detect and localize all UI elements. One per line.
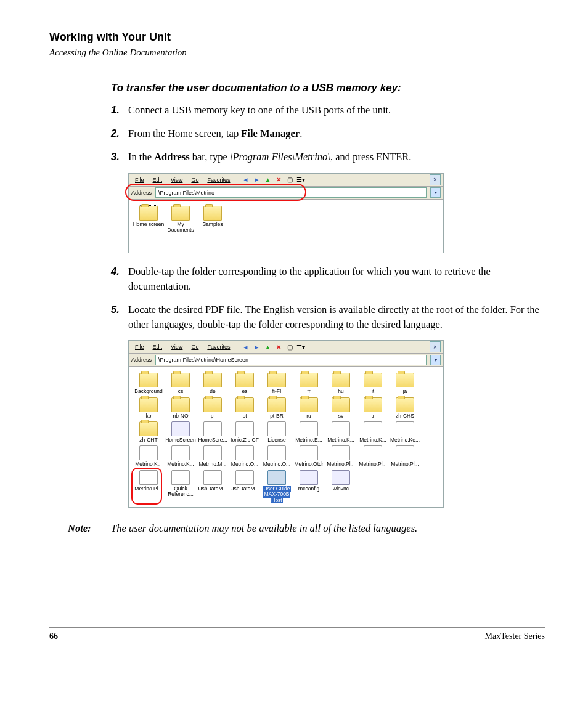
folder-item[interactable]: tr	[357, 397, 389, 419]
menu-favorites[interactable]: Favorites	[203, 343, 234, 351]
folder-icon	[300, 397, 318, 412]
forward-icon[interactable]: ►	[251, 175, 261, 185]
file-item[interactable]: Quick Referenc...	[165, 470, 197, 503]
menu-view[interactable]: View	[167, 343, 186, 351]
menu-label: Go	[191, 344, 198, 350]
text-frag: From the Home screen, tap	[128, 128, 241, 139]
main-content: To transfer the user documentation to a …	[111, 82, 545, 508]
folder-item[interactable]: ru	[293, 397, 325, 419]
item-label: Metrino.Pl...	[327, 461, 354, 467]
file-item[interactable]: Metrino.M...	[197, 445, 229, 467]
folder-item[interactable]: Home screen	[133, 206, 165, 233]
folder-item[interactable]: zh-CHT	[133, 421, 165, 443]
file-item[interactable]: Metrino.K...	[357, 421, 389, 443]
close-button[interactable]: ×	[430, 174, 441, 185]
toolbar-separator	[237, 174, 237, 185]
folder-item[interactable]: Samples	[197, 206, 229, 233]
folder-item[interactable]: sv	[325, 397, 357, 419]
folder-icon	[203, 206, 222, 221]
back-icon[interactable]: ◄	[240, 175, 250, 185]
file-item[interactable]: Metrino.Pl...	[389, 445, 421, 467]
folder-item[interactable]: cs	[165, 373, 197, 394]
file-item[interactable]: License	[261, 421, 293, 443]
menu-file[interactable]: File	[131, 176, 148, 184]
up-icon[interactable]: ▲	[263, 175, 272, 185]
delete-icon[interactable]: ✕	[274, 342, 284, 352]
text-frag: , and press ENTER.	[330, 151, 412, 163]
file-item[interactable]: Metrino.K...	[325, 421, 357, 443]
menu-go[interactable]: Go	[187, 176, 202, 184]
folder-item[interactable]: pl	[197, 397, 229, 419]
file-item[interactable]: Metrino.Otdr	[293, 445, 325, 467]
file-item[interactable]: HomeScre...	[197, 421, 229, 443]
folder-item[interactable]: Background	[133, 373, 165, 394]
item-label: Samples	[202, 221, 223, 227]
menu-label: Favorites	[207, 177, 230, 183]
file-icon	[332, 445, 350, 460]
folder-item[interactable]: pt-BR	[261, 397, 293, 419]
folder-item[interactable]: es	[229, 373, 261, 394]
file-item[interactable]: Metrino.Pl...	[357, 445, 389, 467]
forward-icon[interactable]: ►	[251, 342, 261, 352]
file-list: Backgroundcsdeesfi-FIfrhuitjakonb-NOplpt…	[129, 367, 443, 506]
folder-item[interactable]: de	[197, 373, 229, 394]
file-item[interactable]: Metrino.E...	[293, 421, 325, 443]
address-field[interactable]: \Program Files\Metrino\HomeScreen	[155, 355, 427, 365]
chapter-title: Working with Your Unit	[49, 31, 545, 44]
folder-item[interactable]: hu	[325, 373, 357, 394]
file-item[interactable]: Metrino.K...	[133, 445, 165, 467]
item-label: Metrino.Pl...	[391, 461, 419, 467]
menu-go[interactable]: Go	[187, 343, 202, 351]
folder-item[interactable]: My Documents	[165, 206, 197, 233]
folder-item[interactable]: zh-CHS	[389, 397, 421, 419]
folder-icon	[171, 373, 190, 387]
folder-item[interactable]: it	[357, 373, 389, 394]
folder-item[interactable]: ko	[133, 397, 165, 419]
properties-icon[interactable]: ▢	[285, 175, 295, 185]
file-item[interactable]: Metrino.O...	[229, 445, 261, 467]
item-label: it	[372, 388, 374, 394]
view-icon[interactable]: ☰▾	[296, 342, 306, 352]
menu-edit[interactable]: Edit	[149, 176, 166, 184]
file-item[interactable]: rncconfig	[293, 470, 325, 503]
file-item[interactable]: UsbDataM...	[197, 470, 229, 503]
menu-view[interactable]: View	[167, 176, 186, 184]
close-button[interactable]: ×	[430, 341, 441, 352]
file-item-selected[interactable]: User GuideMAX-700BHost	[261, 470, 293, 503]
file-item[interactable]: winvnc	[325, 470, 357, 503]
item-label: pt-BR	[270, 413, 284, 419]
folder-item[interactable]: pt	[229, 397, 261, 419]
folder-icon	[139, 421, 158, 436]
note: Note: The user documentation may not be …	[68, 522, 545, 535]
step-text: In the Address bar, type \Program Files\…	[128, 150, 545, 164]
file-item[interactable]: Metrino.Pl...	[325, 445, 357, 467]
up-icon[interactable]: ▲	[263, 342, 272, 352]
file-item[interactable]: Metrino.K...	[165, 445, 197, 467]
folder-item[interactable]: nb-NO	[165, 397, 197, 419]
file-item[interactable]: Ionic.Zip.CF	[229, 421, 261, 443]
menu-file[interactable]: File	[131, 343, 148, 351]
file-item[interactable]: HomeScreen	[165, 421, 197, 443]
folder-item[interactable]: ja	[389, 373, 421, 394]
step-text: Connect a USB memory key to one of the U…	[128, 103, 545, 118]
step-5: 5. Locate the desired PDF file. The Engl…	[111, 302, 545, 332]
delete-icon[interactable]: ✕	[274, 175, 284, 185]
step-text: Locate the desired PDF file. The English…	[128, 302, 545, 332]
folder-icon	[139, 206, 158, 221]
address-dropdown-icon[interactable]: ▾	[430, 355, 441, 365]
file-item[interactable]: Metrino.Ke...	[389, 421, 421, 443]
address-dropdown-icon[interactable]: ▾	[430, 187, 441, 198]
folder-icon	[267, 397, 286, 412]
folder-item[interactable]: fr	[293, 373, 325, 394]
view-icon[interactable]: ☰▾	[296, 175, 306, 185]
properties-icon[interactable]: ▢	[285, 342, 295, 352]
item-label: fi-FI	[272, 388, 282, 394]
address-field[interactable]: \Program Files\Metrino	[155, 187, 427, 198]
menu-edit[interactable]: Edit	[149, 343, 166, 351]
file-item[interactable]: UsbDataM...	[229, 470, 261, 503]
file-item[interactable]: Metrino.O...	[261, 445, 293, 467]
menu-favorites[interactable]: Favorites	[203, 176, 234, 184]
back-icon[interactable]: ◄	[240, 342, 250, 352]
folder-item[interactable]: fi-FI	[261, 373, 293, 394]
item-label: Metrino.Pl...	[359, 461, 386, 467]
